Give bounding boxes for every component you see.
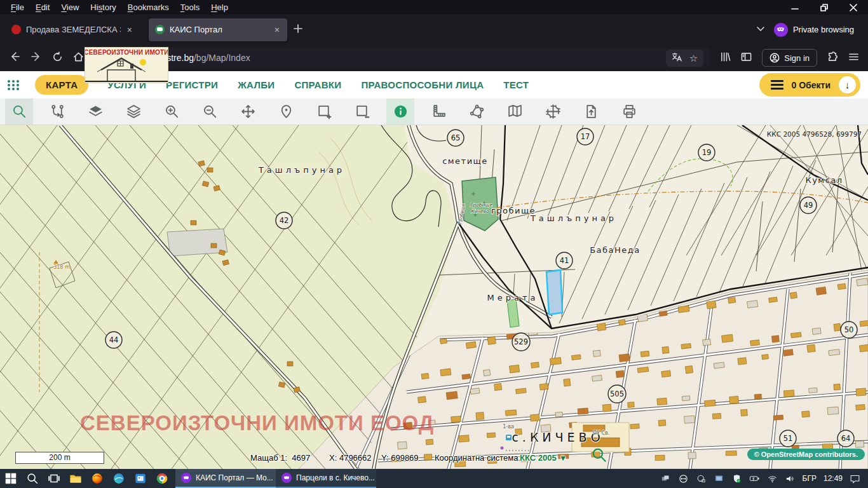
sign-in-button[interactable]: Sign in [762, 49, 817, 67]
browser-tab-2[interactable]: КАИС Портал× [149, 18, 287, 41]
display-icon[interactable] [714, 473, 724, 484]
pan-button[interactable] [234, 98, 262, 125]
private-mask-icon [181, 473, 191, 483]
reload-icon[interactable] [52, 51, 63, 65]
map-label: Гробище [470, 202, 492, 208]
osm-attribution[interactable]: © OpenStreetMap contributors. [747, 449, 865, 460]
notification-center-icon[interactable] [850, 473, 860, 484]
add-extent-button[interactable] [310, 98, 338, 125]
polygon-measure-button[interactable] [463, 98, 491, 125]
list-tabs-chevron-icon[interactable] [756, 24, 765, 36]
edge-taskbar-button[interactable] [108, 469, 130, 488]
menu-bookmarks[interactable]: Bookmarks [122, 1, 175, 13]
taskbar-search-icon [25, 471, 39, 485]
objects-download-icon[interactable]: ↓ [839, 76, 856, 93]
task-view-taskbar-button[interactable] [43, 469, 65, 488]
map-sheet-icon [507, 104, 523, 119]
coordinate-grid-icon [545, 104, 561, 119]
layers-button[interactable] [119, 98, 147, 125]
layers-visibility-button[interactable] [81, 98, 109, 125]
menu-edit[interactable]: Edit [30, 1, 55, 13]
wifi-icon[interactable] [767, 473, 778, 484]
map-label: ОУ Св. [593, 430, 610, 436]
browser-tab-1[interactable]: Продава ЗЕМЕДЕЛСКА ЗЕМЯ в× [5, 18, 140, 41]
nav-link-справки[interactable]: СПРАВКИ [294, 79, 341, 90]
menu-file[interactable]: File [5, 1, 30, 13]
realtor-logo-overlay: СЕВЕРОИЗТОЧНИ ИМОТИ [85, 47, 168, 83]
map-search-icon[interactable] [591, 447, 607, 466]
location-button[interactable] [272, 98, 300, 125]
language-indicator[interactable]: БГР [803, 474, 817, 483]
objects-button[interactable]: 0 Обекти ↓ [759, 73, 860, 97]
chrome-taskbar-button[interactable] [151, 469, 173, 488]
volume-icon[interactable] [785, 473, 796, 484]
explorer-taskbar-button[interactable] [65, 469, 86, 488]
chrome-icon [155, 471, 169, 485]
nav-link-жалби[interactable]: ЖАЛБИ [238, 79, 275, 90]
people-taskbar-button[interactable] [130, 469, 151, 488]
realtor-logo-text: СЕВЕРОИЗТОЧНИ ИМОТИ [85, 49, 168, 56]
security-icon[interactable] [731, 473, 742, 484]
map-canvas[interactable]: 65171942414944529505055164 Ташлъпунарсме… [0, 125, 868, 469]
taskbar-window-1[interactable]: КАИС Портал — Mo... [175, 469, 276, 488]
search-button[interactable] [5, 98, 33, 125]
private-browsing-badge: Private browsing [774, 23, 854, 37]
zoom-in-button[interactable] [158, 98, 186, 125]
layers-visibility-icon [88, 104, 104, 119]
clock[interactable]: 12:49 [824, 474, 843, 483]
url-bar[interactable]: kais.cadastre.bg/bg/Map/Index ☆ [94, 48, 710, 68]
menu-tools[interactable]: Tools [175, 1, 205, 13]
selection-tools-button[interactable] [43, 98, 71, 125]
coordinate-grid-button[interactable] [539, 98, 567, 125]
menu-view[interactable]: View [55, 1, 85, 13]
sidebar-icon[interactable] [741, 51, 752, 65]
start-taskbar-button[interactable] [0, 469, 22, 488]
tab-close-icon[interactable]: × [273, 25, 281, 35]
nav-karta-button[interactable]: КАРТА [35, 75, 88, 95]
map-sheet-button[interactable] [501, 98, 529, 125]
map-label: сметище [442, 156, 488, 166]
selected-parcel[interactable] [546, 270, 562, 315]
nav-link-тест[interactable]: ТЕСТ [503, 79, 529, 90]
tab-title: Продава ЗЕМЕДЕЛСКА ЗЕМЯ в [26, 25, 121, 34]
record-icon[interactable] [696, 473, 707, 484]
zoom-out-button[interactable] [196, 98, 224, 125]
teamviewer-icon[interactable] [678, 473, 689, 484]
private-mask-icon [774, 23, 788, 37]
home-icon[interactable] [73, 51, 84, 65]
tab-close-icon[interactable]: × [126, 25, 133, 35]
y-coordinate: Y: 699869 [381, 453, 419, 463]
print-button[interactable] [615, 98, 643, 125]
apps-grid-icon[interactable] [8, 80, 20, 90]
parcel-number: 19 [702, 148, 712, 157]
back-icon[interactable] [9, 51, 20, 65]
app-menu-icon[interactable] [848, 51, 859, 65]
remove-extent-button[interactable] [348, 98, 376, 125]
menu-history[interactable]: History [85, 1, 121, 13]
export-button[interactable] [577, 98, 605, 125]
tab-favicon [11, 25, 21, 34]
private-browsing-label: Private browsing [793, 25, 854, 34]
nav-link-правоспособни-лица[interactable]: ПРАВОСПОСОБНИ ЛИЦА [361, 79, 484, 90]
task-view-icon [47, 471, 61, 485]
forward-icon[interactable] [31, 51, 42, 65]
translate-icon[interactable] [672, 52, 682, 64]
nav-link-регистри[interactable]: РЕГИСТРИ [166, 79, 218, 90]
taskbar-window-2[interactable]: Парцели в с. Кичево... [276, 469, 376, 488]
restore-button[interactable] [810, 0, 839, 15]
menu-help[interactable]: Help [205, 1, 234, 13]
taskbar-search-taskbar-button[interactable] [22, 469, 43, 488]
info-button[interactable] [386, 98, 414, 125]
battery-icon[interactable] [749, 473, 760, 484]
objects-menu-icon [771, 80, 783, 90]
firefox-taskbar-button[interactable] [86, 469, 108, 488]
measure-button[interactable] [424, 98, 452, 125]
extensions-icon[interactable] [827, 51, 838, 65]
new-tab-button[interactable] [294, 24, 302, 36]
minimize-button[interactable] [780, 0, 810, 15]
crs-selector[interactable]: ККС 2005 ▾ [520, 453, 565, 463]
library-icon[interactable] [720, 51, 731, 65]
bookmark-star-icon[interactable]: ☆ [689, 53, 698, 63]
close-button[interactable] [839, 0, 868, 15]
hidden-icons-icon[interactable] [660, 473, 671, 484]
